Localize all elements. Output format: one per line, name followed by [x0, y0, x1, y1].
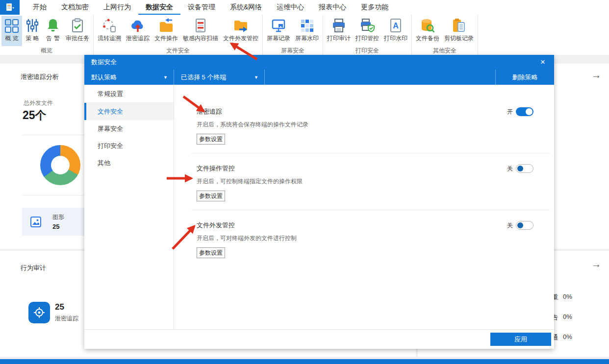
donut-chart-hole: [51, 156, 70, 174]
delete-policy-button[interactable]: 删除策略: [495, 70, 554, 85]
more-arrow-button[interactable]: →: [591, 70, 601, 81]
dialog-sidebar: 常规设置 文件安全 屏幕安全 打印安全 其他: [84, 85, 174, 329]
sidebar-item-general-settings[interactable]: 常规设置: [84, 85, 174, 102]
ribbon-item-label: 屏幕水印: [295, 34, 319, 43]
terminal-selection-dropdown[interactable]: 已选择 5 个终端 ▼: [174, 70, 265, 85]
tab-device-management[interactable]: 设备管理: [180, 0, 223, 15]
legend-value: 0%: [563, 293, 572, 302]
ribbon-group-label: 概览: [1, 46, 92, 55]
sidebar-item-other[interactable]: 其他: [84, 154, 174, 171]
tab-report-center[interactable]: 报表中心: [311, 0, 354, 15]
tab-home[interactable]: 开始: [25, 0, 54, 15]
ribbon-item-flow-trace[interactable]: 流转追溯: [95, 16, 124, 46]
ribbon-item-file-operation[interactable]: 文件操作: [152, 16, 180, 46]
app-window: 开始 文档加密 上网行为 数据安全 设备管理 系统&网络 运维中心 报表中心 更…: [0, 0, 609, 364]
dialog-footer: 应用: [84, 329, 554, 349]
section-file-outgoing-control: 文件外发管控 关 开启后，可对终端外发的文件进行控制 参数设置: [197, 221, 533, 258]
ribbon-item-policy[interactable]: 策 略: [22, 16, 43, 46]
list-item-value: 25: [52, 223, 64, 230]
dialog-title: 数据安全: [91, 58, 117, 67]
ribbon-group-screen-security: 屏幕记录: [263, 15, 323, 55]
print-control-icon: [359, 18, 375, 33]
file-outgoing-toggle[interactable]: 关: [507, 221, 533, 230]
ribbon-item-print-watermark[interactable]: A 打印水印: [381, 16, 410, 46]
param-settings-button[interactable]: 参数设置: [197, 247, 225, 258]
ribbon-item-alerts[interactable]: 告 警: [43, 16, 63, 46]
ribbon-item-print-control[interactable]: 打印管控: [353, 16, 381, 46]
file-outgoing-folder-icon: [233, 18, 249, 33]
ribbon-group-overview: 概 览 策 略: [0, 15, 94, 55]
tab-web-behavior[interactable]: 上网行为: [96, 0, 138, 15]
section-title: 文件操作管控: [197, 164, 235, 173]
tab-ops-center[interactable]: 运维中心: [269, 0, 311, 15]
section-description: 开启后，可控制终端指定文件的操作权限: [197, 177, 533, 186]
ribbon-item-sensitive-scan[interactable]: 敏感内容扫描: [180, 16, 221, 46]
apply-button[interactable]: 应用: [490, 333, 551, 346]
ribbon-group-label: 文件安全: [95, 46, 261, 55]
toggle-state-label: 关: [507, 221, 513, 230]
leak-trace-toggle[interactable]: 开: [507, 107, 533, 116]
ribbon-item-file-outgoing-control[interactable]: 文件外发管控: [221, 16, 261, 46]
policy-sliders-icon: [25, 18, 40, 33]
panel-title: 泄密追踪分析: [21, 73, 59, 81]
list-item-label: 图形: [52, 213, 64, 221]
ribbon-item-approval-tasks[interactable]: 审批任务: [63, 16, 92, 46]
dialog-titlebar: 数据安全 ×: [84, 55, 554, 70]
settings-content: 泄密追踪 开 开启后，系统将会保存终端的操作文件记录 参数设置 文件操作管控: [175, 85, 554, 329]
ribbon-item-label: 文件外发管控: [223, 34, 258, 43]
tab-data-security[interactable]: 数据安全: [138, 0, 180, 15]
dialog-body: 常规设置 文件安全 屏幕安全 打印安全 其他 泄密追踪 开: [84, 85, 554, 329]
app-menu-button[interactable]: [0, 0, 20, 15]
ribbon-item-screen-watermark[interactable]: 屏幕水印: [293, 16, 321, 46]
ribbon-group-other-security: 文件备份 剪切板记录 其他安全: [412, 15, 478, 55]
ribbon-item-file-backup[interactable]: 文件备份: [413, 16, 442, 46]
bottom-status-bar: [0, 359, 609, 364]
sidebar-item-file-security[interactable]: 文件安全: [84, 103, 174, 120]
alert-bell-icon: [45, 18, 61, 33]
param-settings-button[interactable]: 参数设置: [197, 134, 225, 145]
file-operation-folder-icon: [158, 18, 174, 33]
toggle-switch[interactable]: [516, 107, 533, 116]
sidebar-item-screen-security[interactable]: 屏幕安全: [84, 120, 174, 137]
print-audit-icon: [331, 18, 347, 33]
file-backup-icon: [420, 18, 435, 33]
file-operation-toggle[interactable]: 关: [507, 164, 533, 173]
close-icon[interactable]: ×: [537, 55, 548, 70]
ribbon-item-label: 文件操作: [154, 34, 178, 43]
ribbon-item-label: 策 略: [25, 34, 39, 43]
ribbon-group-label: 屏幕安全: [264, 46, 321, 55]
more-arrow-button[interactable]: →: [591, 259, 601, 270]
section-file-operation-control: 文件操作管控 关 开启后，可控制终端指定文件的操作权限 参数设置: [197, 164, 533, 210]
ribbon-item-overview[interactable]: 概 览: [1, 16, 22, 46]
tab-more-features[interactable]: 更多功能: [354, 0, 396, 15]
ribbon-item-leak-trace[interactable]: 泄密追踪: [124, 16, 152, 46]
menu-bar: 开始 文档加密 上网行为 数据安全 设备管理 系统&网络 运维中心 报表中心 更…: [0, 0, 609, 15]
leak-trace-stat-item[interactable]: 25 泄密追踪: [28, 302, 78, 323]
ribbon-item-label: 剪切板记录: [444, 34, 474, 43]
stat-label: 泄密追踪: [55, 315, 78, 323]
ribbon-item-label: 打印水印: [384, 34, 407, 43]
tab-system-network[interactable]: 系统&网络: [223, 0, 269, 15]
ribbon-group-file-security: 流转追溯 泄密追踪: [94, 15, 263, 55]
section-leak-trace: 泄密追踪 开 开启后，系统将会保存终端的操作文件记录 参数设置: [197, 107, 533, 153]
sidebar-item-print-security[interactable]: 打印安全: [84, 137, 174, 154]
panel-title: 行为审计: [21, 264, 46, 272]
ribbon-item-label: 告 警: [46, 34, 59, 43]
ribbon-item-print-audit[interactable]: 打印审计: [325, 16, 353, 46]
param-settings-button[interactable]: 参数设置: [197, 191, 225, 201]
chevron-down-icon: ▼: [163, 75, 168, 80]
chevron-down-icon: ▼: [254, 75, 258, 80]
ribbon-item-clipboard-record[interactable]: 剪切板记录: [442, 16, 476, 46]
section-description: 开启后，可对终端外发的文件进行控制: [197, 234, 533, 243]
toggle-switch[interactable]: [516, 221, 533, 230]
policy-dropdown[interactable]: 默认策略 ▼: [84, 70, 174, 85]
toggle-switch[interactable]: [516, 164, 533, 173]
tab-doc-encryption[interactable]: 文档加密: [54, 0, 96, 15]
ribbon-item-label: 文件备份: [416, 34, 439, 43]
image-icon: [30, 216, 42, 228]
ribbon-item-screen-record[interactable]: 屏幕记录: [264, 16, 293, 46]
leak-trace-cloud-icon: [130, 18, 146, 33]
ribbon-item-label: 流转追溯: [98, 34, 121, 43]
ribbon-item-label: 泄密追踪: [126, 34, 150, 43]
menu-tabs: 开始 文档加密 上网行为 数据安全 设备管理 系统&网络 运维中心 报表中心 更…: [25, 0, 396, 15]
